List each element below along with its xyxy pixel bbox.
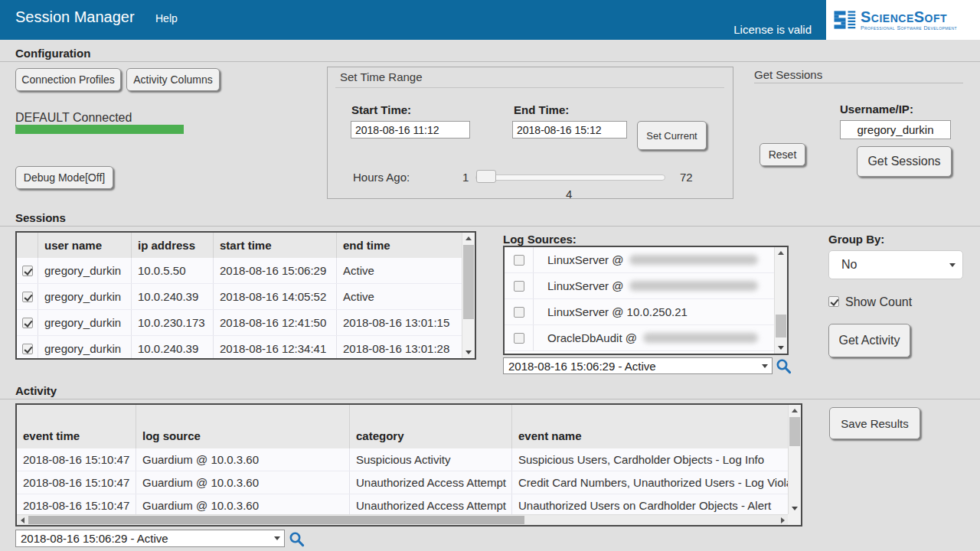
help-menu-item[interactable]: Help xyxy=(155,12,178,24)
activity-table-header: event time log source category event nam… xyxy=(17,405,788,448)
scroll-down-arrow[interactable] xyxy=(775,342,787,354)
end-time-input[interactable] xyxy=(512,121,627,139)
cell-log-source: Guardium @ 10.0.3.60 xyxy=(136,471,349,494)
sciencesoft-logo: ScienceSoft Professional Software Develo… xyxy=(826,0,980,40)
search-icon[interactable] xyxy=(774,357,792,375)
session-row-checkbox[interactable] xyxy=(22,344,33,354)
sessions-table: user name ip address start time end time… xyxy=(15,231,476,360)
chevron-down-icon xyxy=(758,364,772,368)
header-cell-user-name: user name xyxy=(38,233,131,258)
cell-end-time: Active xyxy=(336,284,462,309)
log-sources-vertical-scrollbar[interactable] xyxy=(774,247,787,354)
selected-session-value: 2018-08-16 15:06:29 - Active xyxy=(504,360,758,373)
log-source-checkbox[interactable] xyxy=(514,307,524,318)
scroll-up-arrow[interactable] xyxy=(775,247,787,259)
cell-start-time: 2018-08-16 12:34:41 xyxy=(213,336,336,360)
table-row: 2018-08-16 15:10:47 Guardium @ 10.0.3.60… xyxy=(17,471,788,494)
log-source-text: LinuxServer @ xyxy=(547,279,623,292)
cell-user-name: gregory_durkin xyxy=(38,284,131,309)
debug-mode-button[interactable]: Debug Mode[Off] xyxy=(15,166,113,189)
license-status: License is valid xyxy=(733,23,812,36)
scrollbar-corner xyxy=(788,514,801,525)
header-cell-category: category xyxy=(349,405,511,448)
hours-ago-slider-track[interactable] xyxy=(475,174,665,181)
cell-event-time: 2018-08-16 15:10:47 xyxy=(17,494,136,517)
scrollbar-thumb[interactable] xyxy=(463,245,474,319)
slider-max-label: 72 xyxy=(680,171,693,184)
scroll-right-arrow[interactable] xyxy=(777,515,788,525)
header-cell-end-time: end time xyxy=(336,233,462,258)
log-sources-session-select[interactable]: 2018-08-16 15:06:29 - Active xyxy=(503,357,773,374)
cell-event-name: Suspicious Users, Cardholder Objects - L… xyxy=(511,448,788,471)
log-source-checkbox[interactable] xyxy=(514,333,524,344)
scrollbar-thumb[interactable] xyxy=(28,516,524,524)
connection-profiles-button[interactable]: Connection Profiles xyxy=(15,68,121,91)
session-row-checkbox[interactable] xyxy=(22,318,33,328)
connection-status: DEFAULT Connected xyxy=(15,111,132,125)
scrollbar-thumb[interactable] xyxy=(789,417,800,446)
hours-ago-slider-handle[interactable] xyxy=(476,170,496,183)
cell-end-time: 2018-08-16 13:01:15 xyxy=(336,310,462,335)
session-row-checkbox[interactable] xyxy=(22,292,33,302)
connection-progress-bar xyxy=(15,125,184,134)
cell-ip-address: 10.0.5.50 xyxy=(131,258,213,283)
divider xyxy=(0,399,980,399)
username-ip-input[interactable] xyxy=(840,120,951,139)
divider xyxy=(0,61,980,62)
slider-value-label: 4 xyxy=(566,187,572,201)
divider xyxy=(754,83,963,83)
cell-log-source: Guardium @ 10.0.3.60 xyxy=(136,494,349,517)
scrollbar-thumb[interactable] xyxy=(776,315,786,337)
logo-tagline: Professional Software Development xyxy=(861,25,957,31)
group-by-select[interactable]: No xyxy=(828,250,963,279)
log-source-checkbox[interactable] xyxy=(514,255,524,266)
list-item: LinuxServer @ xyxy=(505,273,787,299)
hours-ago-label: Hours Ago: xyxy=(353,171,410,184)
logo-text: ScienceSoft xyxy=(861,9,957,24)
save-results-button[interactable]: Save Results xyxy=(829,407,920,439)
show-count-label: Show Count xyxy=(845,295,912,309)
log-source-checkbox[interactable] xyxy=(514,281,524,292)
set-current-button[interactable]: Set Current xyxy=(637,121,707,150)
session-row-checkbox[interactable] xyxy=(22,266,33,276)
start-time-input[interactable] xyxy=(351,121,470,139)
log-source-text: LinuxServer @ xyxy=(547,253,623,266)
redacted-address xyxy=(629,255,758,265)
cell-user-name: gregory_durkin xyxy=(38,310,131,335)
set-time-range-panel: Set Time Range Start Time: End Time: Set… xyxy=(327,67,733,199)
reset-button[interactable]: Reset xyxy=(760,143,805,166)
activity-session-select[interactable]: 2018-08-16 15:06:29 - Active xyxy=(15,530,285,547)
cell-category: Unauthorized Access Attempt xyxy=(349,471,511,494)
table-row: gregory_durkin 10.0.5.50 2018-08-16 15:0… xyxy=(17,258,462,284)
activity-columns-button[interactable]: Activity Columns xyxy=(126,68,220,91)
scroll-down-arrow[interactable] xyxy=(462,347,475,358)
log-source-text: LinuxServer @ 10.0.250.21 xyxy=(547,305,688,318)
scroll-up-arrow[interactable] xyxy=(789,405,801,416)
sessions-vertical-scrollbar[interactable] xyxy=(462,233,475,358)
sessions-heading: Sessions xyxy=(15,211,66,224)
show-count-checkbox[interactable] xyxy=(828,296,839,307)
top-bar: Session Manager Help License is valid xyxy=(0,0,980,40)
scroll-left-arrow[interactable] xyxy=(17,515,28,525)
log-source-text: OracleDbAudit @ xyxy=(547,331,637,344)
cell-start-time: 2018-08-16 14:05:52 xyxy=(213,284,336,309)
header-cell-event-time: event time xyxy=(17,405,136,448)
activity-vertical-scrollbar[interactable] xyxy=(788,405,801,525)
cell-event-time: 2018-08-16 15:10:47 xyxy=(17,471,136,494)
cell-ip-address: 10.0.230.173 xyxy=(131,310,213,335)
activity-horizontal-scrollbar[interactable] xyxy=(17,514,788,525)
scroll-down-arrow[interactable] xyxy=(789,503,801,514)
cell-log-source: Guardium @ 10.0.3.60 xyxy=(136,448,349,471)
get-sessions-button[interactable]: Get Sessions xyxy=(857,146,952,177)
divider xyxy=(335,87,724,88)
cell-user-name: gregory_durkin xyxy=(38,258,131,283)
cell-start-time: 2018-08-16 15:06:29 xyxy=(213,258,336,283)
scroll-up-arrow[interactable] xyxy=(462,233,475,244)
configuration-heading: Configuration xyxy=(15,47,90,60)
get-activity-button[interactable]: Get Activity xyxy=(828,324,910,357)
cell-event-name: Unauthorized Users on Cardholder Objects… xyxy=(511,494,788,517)
table-row: 2018-08-16 15:10:47 Guardium @ 10.0.3.60… xyxy=(17,448,788,471)
start-time-label: Start Time: xyxy=(351,103,411,116)
search-icon[interactable] xyxy=(287,530,305,548)
list-item: OracleDbAudit @ xyxy=(505,325,787,351)
